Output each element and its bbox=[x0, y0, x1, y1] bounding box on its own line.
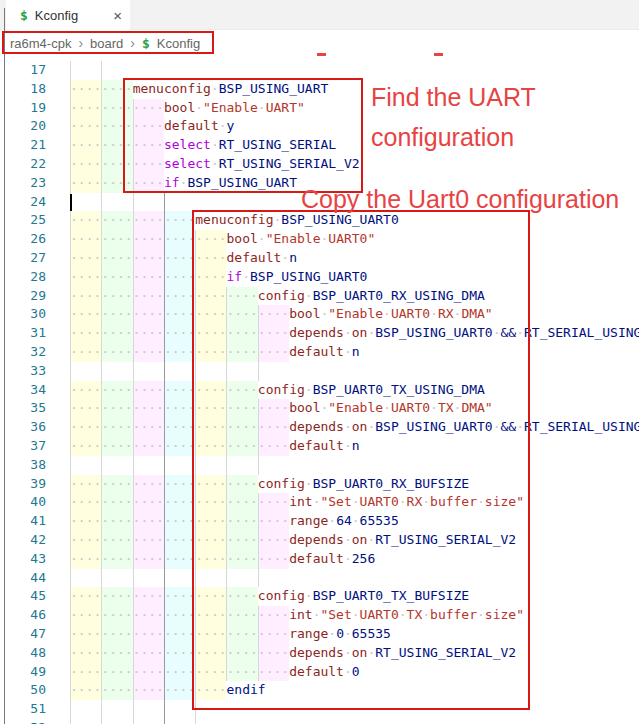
line-number: 51 bbox=[0, 700, 70, 719]
code-line[interactable]: 26····················bool·"Enable·UART0… bbox=[0, 230, 639, 249]
annotation-remnant bbox=[317, 53, 326, 56]
line-number: 30 bbox=[0, 305, 70, 324]
code-line[interactable]: 36····························depends·on… bbox=[0, 418, 639, 437]
code-line[interactable]: 45························config·BSP_UAR… bbox=[0, 587, 639, 606]
code-text: ············bool·"Enable·UART" bbox=[70, 99, 639, 118]
code-line[interactable]: 18········menuconfig·BSP_USING_UART bbox=[0, 80, 639, 99]
breadcrumb-item-file[interactable]: Kconfig bbox=[157, 36, 200, 51]
breadcrumb-item-board[interactable]: board bbox=[90, 36, 123, 51]
indent-guide bbox=[164, 362, 165, 381]
line-number: 49 bbox=[0, 663, 70, 682]
indent-guide bbox=[133, 193, 134, 212]
code-line[interactable]: 40····························int·"Set·U… bbox=[0, 493, 639, 512]
indent-guide bbox=[164, 700, 165, 719]
indent-guide bbox=[164, 456, 165, 475]
breadcrumb-item-project[interactable]: ra6m4-cpk bbox=[10, 36, 71, 51]
indent-guide bbox=[195, 362, 196, 381]
code-line[interactable]: 39························config·BSP_UAR… bbox=[0, 475, 639, 494]
code-line[interactable]: 22············select·RT_USING_SERIAL_V2 bbox=[0, 155, 639, 174]
code-line[interactable]: 42····························depends·on… bbox=[0, 531, 639, 550]
indent-guide bbox=[101, 569, 102, 588]
chevron-right-icon: › bbox=[130, 35, 135, 51]
tab-label: Kconfig bbox=[35, 8, 78, 23]
line-number: 39 bbox=[0, 475, 70, 494]
line-number: 19 bbox=[0, 99, 70, 118]
annotation-find-uart-line2: configuration bbox=[371, 123, 514, 152]
code-text: ····················if·BSP_USING_UART0 bbox=[70, 268, 639, 287]
indent-guide bbox=[164, 193, 165, 212]
text-cursor bbox=[70, 194, 72, 211]
indent-guide bbox=[70, 362, 71, 381]
breadcrumb: ra6m4-cpk › board › $ Kconfig bbox=[0, 30, 200, 56]
indent-guide bbox=[195, 719, 196, 724]
code-line[interactable]: 44 bbox=[0, 569, 639, 588]
indent-guide bbox=[101, 61, 102, 80]
code-line[interactable]: 47····························range·0·65… bbox=[0, 625, 639, 644]
indent-guide bbox=[101, 719, 102, 724]
line-number: 29 bbox=[0, 287, 70, 306]
line-number: 36 bbox=[0, 418, 70, 437]
close-icon[interactable]: × bbox=[113, 8, 122, 23]
code-line[interactable]: 17 bbox=[0, 61, 639, 80]
indent-guide bbox=[133, 569, 134, 588]
code-text: ····················bool·"Enable·UART0" bbox=[70, 230, 639, 249]
code-line[interactable]: 29························config·BSP_UAR… bbox=[0, 287, 639, 306]
line-number: 17 bbox=[0, 61, 70, 80]
code-line[interactable]: 38 bbox=[0, 456, 639, 475]
code-line[interactable]: 27····················default·n bbox=[0, 249, 639, 268]
code-text: ····························depends·on·R… bbox=[70, 531, 639, 550]
code-text: ····························default·n bbox=[70, 437, 639, 456]
code-line[interactable]: 51 bbox=[0, 700, 639, 719]
line-number: 34 bbox=[0, 381, 70, 400]
indent-guide bbox=[164, 719, 165, 724]
code-line[interactable]: 19············bool·"Enable·UART" bbox=[0, 99, 639, 118]
indent-guide bbox=[258, 362, 259, 381]
indent-guide bbox=[195, 700, 196, 719]
indent-guide bbox=[70, 569, 71, 588]
code-line[interactable]: 37····························default·n bbox=[0, 437, 639, 456]
code-line[interactable]: 48····························depends·on… bbox=[0, 644, 639, 663]
line-number: 32 bbox=[0, 343, 70, 362]
indent-guide bbox=[226, 569, 227, 588]
tab-kconfig[interactable]: $ Kconfig × bbox=[6, 0, 130, 30]
code-line[interactable]: 50····················endif bbox=[0, 681, 639, 700]
line-number: 28 bbox=[0, 268, 70, 287]
line-number: 44 bbox=[0, 569, 70, 588]
line-number: 38 bbox=[0, 456, 70, 475]
code-line[interactable]: 30····························bool·"Enab… bbox=[0, 305, 639, 324]
indent-guide bbox=[258, 456, 259, 475]
code-line[interactable]: 35····························bool·"Enab… bbox=[0, 399, 639, 418]
line-number: 52 bbox=[0, 719, 70, 724]
code-line[interactable]: 49····························default·0 bbox=[0, 663, 639, 682]
line-number: 33 bbox=[0, 362, 70, 381]
indent-guide bbox=[164, 569, 165, 588]
code-line[interactable]: 33 bbox=[0, 362, 639, 381]
code-text: ····························range·64·655… bbox=[70, 512, 639, 531]
line-number: 47 bbox=[0, 625, 70, 644]
code-area: 1718········menuconfig·BSP_USING_UART19·… bbox=[0, 61, 639, 724]
code-text: ····························depends·on·R… bbox=[70, 644, 639, 663]
line-number: 23 bbox=[0, 174, 70, 193]
indent-guide bbox=[226, 362, 227, 381]
code-line[interactable]: 41····························range·64·6… bbox=[0, 512, 639, 531]
code-text: ····················endif bbox=[70, 681, 639, 700]
code-text: ············default·y bbox=[70, 117, 639, 136]
code-line[interactable]: 20············default·y bbox=[0, 117, 639, 136]
code-line[interactable]: 52 bbox=[0, 719, 639, 724]
code-text: ····························default·n bbox=[70, 343, 639, 362]
code-line[interactable]: 25················menuconfig·BSP_USING_U… bbox=[0, 211, 639, 230]
code-line[interactable]: 31····························depends·on… bbox=[0, 324, 639, 343]
code-line[interactable]: 46····························int·"Set·U… bbox=[0, 606, 639, 625]
indent-guide bbox=[101, 456, 102, 475]
code-line[interactable]: 43····························default·25… bbox=[0, 550, 639, 569]
code-line[interactable]: 28····················if·BSP_USING_UART0 bbox=[0, 268, 639, 287]
code-text: ············select·RT_USING_SERIAL bbox=[70, 136, 639, 155]
code-line[interactable]: 32····························default·n bbox=[0, 343, 639, 362]
line-number: 22 bbox=[0, 155, 70, 174]
indent-guide bbox=[101, 193, 102, 212]
code-text: ····························depends·on·B… bbox=[70, 418, 639, 437]
line-number: 25 bbox=[0, 211, 70, 230]
code-line[interactable]: 34························config·BSP_UAR… bbox=[0, 381, 639, 400]
line-number: 42 bbox=[0, 531, 70, 550]
code-line[interactable]: 21············select·RT_USING_SERIAL bbox=[0, 136, 639, 155]
